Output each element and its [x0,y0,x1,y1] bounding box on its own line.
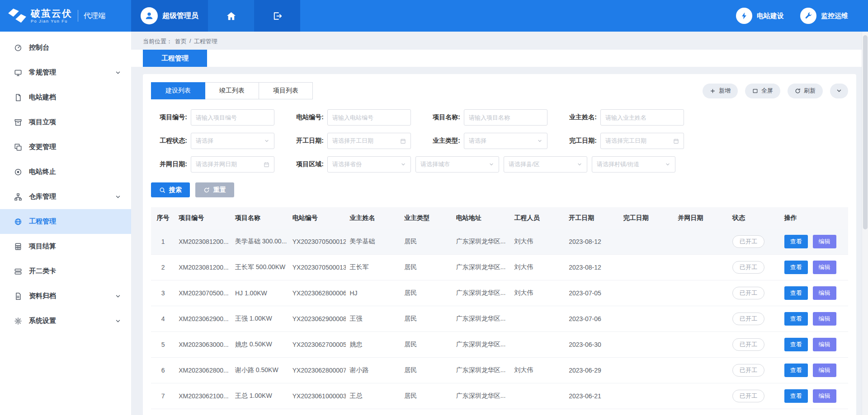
view-button[interactable]: 查看 [784,261,808,274]
nav-station-build[interactable]: 电站建设 [736,8,784,24]
cell-grid-date [674,332,729,358]
project-no-input[interactable] [191,109,274,126]
table-row[interactable]: 2 XM2023081200... 王长军 500.00KW YX2023070… [151,255,848,280]
home-button[interactable] [208,0,254,32]
edit-button[interactable]: 编辑 [813,286,836,300]
tab-project-list[interactable]: 项目列表 [259,82,313,99]
grid-date-picker[interactable]: 请选择并网日期 [191,156,274,173]
project-name-input[interactable] [464,109,547,126]
page-tab-engineering[interactable]: 工程管理 [143,50,207,67]
cell-owner-type: 居民 [401,358,453,383]
table-row[interactable]: 1 XM2023081200... 美学基础 300.00... YX20230… [151,229,848,255]
view-button[interactable]: 查看 [784,364,808,377]
table-row[interactable]: 5 XM2023063000... 姚忠 0.50KW YX2023062700… [151,332,848,358]
cell-project-name: 谢小路 0.50KW [231,358,289,383]
sidebar-item-station-filing[interactable]: 电站建档 [0,85,131,110]
table-row[interactable]: 7 XM2023062100... 王总 1.00KW YX2023061000… [151,383,848,409]
document-icon [14,292,23,301]
sidebar-item-general-mgmt[interactable]: 常规管理 [0,60,131,85]
nav-monitor-ops[interactable]: 监控运维 [800,8,848,24]
sidebar-item-console[interactable]: 控制台 [0,35,131,60]
edit-button[interactable]: 编辑 [813,338,836,351]
tab-build-list[interactable]: 建设列表 [151,82,205,99]
select-placeholder: 请选择 [469,137,486,145]
sitemap-icon [14,192,23,201]
status-badge: 已开工 [732,261,764,274]
table-row[interactable]: 6 XM2023062800... 谢小路 0.50KW YX202306280… [151,358,848,383]
sidebar-item-station-termination[interactable]: 电站终止 [0,159,131,184]
refresh-icon [795,88,801,94]
edit-button[interactable]: 编辑 [813,235,836,248]
cell-project-name: 姚忠 0.50KW [231,332,289,358]
sidebar-item-label: 开二类卡 [29,267,56,275]
sidebar-item-data-archive[interactable]: 资料归档 [0,284,131,308]
date-placeholder: 请选择开工日期 [332,137,373,145]
monitor-icon [14,68,23,77]
city-select[interactable]: 请选择城市 [415,156,499,173]
user-menu[interactable]: 超级管理员 [131,0,208,32]
view-button[interactable]: 查看 [784,338,808,351]
cell-owner-type: 居民 [401,383,453,409]
cell-owner: 谢小路 [346,358,401,383]
collapse-button[interactable] [830,84,848,98]
table-row[interactable]: 3 XM2023070500... HJ 1.00KW YX2023062800… [151,280,848,306]
sidebar-item-warehouse-mgmt[interactable]: 仓库管理 [0,184,131,209]
reset-button-label: 重置 [213,186,226,194]
breadcrumb: 当前位置： 首页 / 工程管理 [131,32,862,50]
select-placeholder: 请选择省份 [332,160,362,168]
avatar [141,7,158,24]
town-select[interactable]: 请选择村镇/街道 [592,156,675,173]
edit-button[interactable]: 编辑 [813,261,836,274]
cell-owner-type: 居民 [401,280,453,306]
cell-address: 广东深圳龙华区... [453,383,511,409]
logout-button[interactable] [254,0,300,32]
edit-button[interactable]: 编辑 [813,364,836,377]
tab-completed-list[interactable]: 竣工列表 [205,82,259,99]
cell-project-no: XM2023070500... [175,280,231,306]
view-button[interactable]: 查看 [784,389,808,403]
logo-text: 破茧云伏 Po Jian Yun Fu [31,8,72,23]
dashboard-icon [14,43,23,52]
search-button[interactable]: 搜索 [151,182,190,197]
view-button[interactable]: 查看 [784,286,808,300]
sidebar-item-system-settings[interactable]: 系统设置 [0,308,131,333]
home-icon [226,11,236,21]
table-row[interactable]: 4 XM2023062900... 王强 1.00KW YX2023062900… [151,306,848,332]
sidebar-item-type2-card[interactable]: 开二类卡 [0,259,131,284]
reset-button[interactable]: 重置 [195,182,234,197]
breadcrumb-home[interactable]: 首页 [175,37,187,46]
project-name-label: 项目名称: [424,113,460,121]
vertical-scrollbar[interactable] [862,32,868,415]
cell-station-no: YX2023062800006 [289,280,346,306]
cell-project-no: XM2023062100... [175,383,231,409]
sidebar-item-engineering-mgmt[interactable]: 工程管理 [0,209,131,234]
cell-start-date: 2023-08-12 [565,255,620,280]
edit-button[interactable]: 编辑 [813,312,836,326]
sidebar-item-project-initiation[interactable]: 项目立项 [0,110,131,135]
province-select[interactable]: 请选择省份 [327,156,411,173]
edit-button[interactable]: 编辑 [813,389,836,403]
add-button[interactable]: 新增 [703,84,738,98]
project-no-label: 项目编号: [151,113,187,121]
view-button[interactable]: 查看 [784,312,808,326]
view-button[interactable]: 查看 [784,235,808,248]
county-select[interactable]: 请选择县/区 [504,156,587,173]
breadcrumb-prefix: 当前位置： [143,37,172,46]
scrollbar-thumb[interactable] [863,35,868,229]
project-status-select[interactable]: 请选择 [191,133,274,149]
finish-date-picker[interactable]: 请选择完工日期 [600,133,684,149]
search-icon [159,187,165,193]
station-no-input[interactable] [327,109,411,126]
plus-icon [710,88,716,94]
owner-type-select[interactable]: 请选择 [464,133,547,149]
cell-grid-date [674,306,729,332]
sidebar-item-project-settlement[interactable]: 项目结算 [0,234,131,259]
region-label: 项目区域: [288,160,324,168]
sidebar-item-change-mgmt[interactable]: 变更管理 [0,135,131,159]
fullscreen-button[interactable]: 全屏 [745,84,780,98]
owner-name-input[interactable] [600,109,684,126]
start-date-picker[interactable]: 请选择开工日期 [327,133,411,149]
search-button-label: 搜索 [169,186,182,194]
refresh-button[interactable]: 刷新 [788,84,823,98]
column-header: 并网日期 [674,207,729,229]
